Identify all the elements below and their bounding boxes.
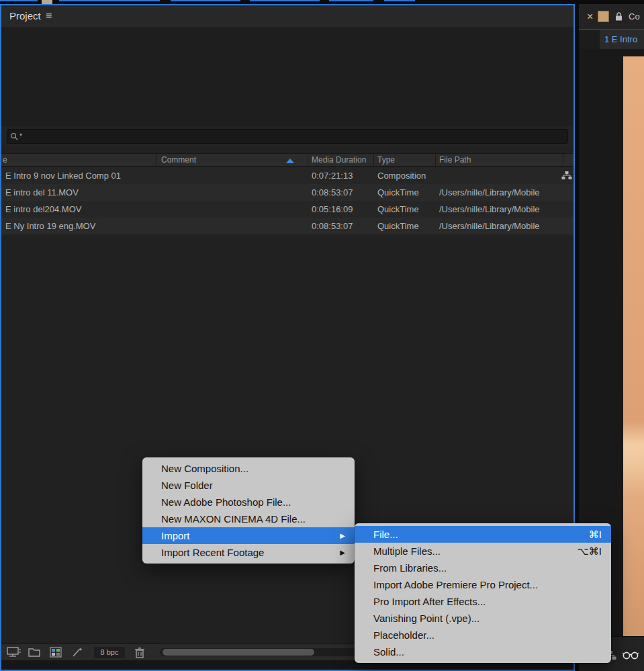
column-divider [308,154,308,167]
tab-composition-viewer[interactable]: 1 E Intro [600,30,644,49]
submenu-item-vanishing-point[interactable]: Vanishing Point (.vpe)... [355,610,611,627]
table-row[interactable]: E Ny Intro 19 eng.MOV 0:08:53:07 QuickTi… [1,218,573,234]
menu-item-new-photoshop-file[interactable]: New Adobe Photoshop File... [142,494,355,510]
submenu-item-file[interactable]: File... ⌘I [355,526,611,543]
menu-item-new-composition[interactable]: New Composition... [142,460,355,477]
menu-item-new-folder[interactable]: New Folder [142,477,355,494]
asset-path: /Users/nille/Library/Mobile [439,201,561,218]
asset-list: E Intro 9 nov Linked Comp 01 0:07:21:13 … [1,167,573,234]
import-submenu: File... ⌘I Multiple Files... ⌥⌘I From Li… [355,523,611,663]
asset-duration: 0:07:21:13 [312,167,373,184]
top-strip-blue-segment [329,0,373,1]
interpret-footage-icon[interactable] [7,647,21,658]
search-icon [10,132,18,140]
column-header-type[interactable]: Type [377,154,395,167]
menu-item-import-recent-footage[interactable]: Import Recent Footage ▶ [142,544,355,561]
top-strip-blue-segment [0,0,38,1]
panel-title: Project [9,5,41,27]
column-divider [373,154,374,167]
column-divider [563,154,563,167]
asset-path: /Users/nille/Library/Mobile [439,218,561,234]
asset-name: E Intro 9 nov Linked Comp 01 [5,167,153,184]
submenu-item-multiple-files[interactable]: Multiple Files... ⌥⌘I [355,543,611,560]
preview-area [1,27,573,126]
asset-duration: 0:08:53:07 [312,218,373,234]
lock-icon[interactable] [615,12,623,21]
table-row[interactable]: E Intro 9 nov Linked Comp 01 0:07:21:13 … [1,167,573,184]
table-row[interactable]: E intro del 11.MOV 0:08:53:07 QuickTime … [1,184,573,201]
menu-item-new-cinema4d-file[interactable]: New MAXON CINEMA 4D File... [142,510,355,527]
context-menu: New Composition... New Folder New Adobe … [142,457,355,564]
column-header-name[interactable]: e [3,154,7,167]
column-divider [156,154,156,167]
submenu-item-import-premiere-project[interactable]: Import Adobe Premiere Pro Project... [355,576,611,593]
top-strip-blue-segment [384,0,415,1]
submenu-arrow-icon: ▶ [340,549,345,556]
sort-ascending-icon[interactable] [286,159,294,163]
shortcut-label: ⌥⌘I [578,545,602,557]
column-header-duration[interactable]: Media Duration [312,154,366,167]
project-settings-icon[interactable] [50,647,62,658]
close-icon[interactable]: × [587,4,593,30]
asset-type: Composition [377,167,436,184]
table-row[interactable]: E intro del204.MOV 0:05:16:09 QuickTime … [1,201,573,218]
viewer-tab-bar: 1 E Intro [579,30,644,49]
top-strip-blue-segment [250,0,320,1]
composition-panel-header: × Co [579,4,644,30]
column-divider [435,154,436,167]
asset-type: QuickTime [377,218,436,234]
trash-icon[interactable] [134,647,145,658]
column-header-path[interactable]: File Path [439,154,471,167]
menu-item-import[interactable]: Import ▶ [142,527,355,544]
asset-duration: 0:05:16:09 [312,201,373,218]
shortcut-label: ⌘I [589,529,602,541]
asset-name: E intro del 11.MOV [5,184,153,201]
search-input[interactable] [7,129,568,144]
top-strip-blue-segment [59,0,160,1]
submenu-item-placeholder[interactable]: Placeholder... [355,627,611,643]
glasses-3d-icon[interactable] [622,650,639,660]
submenu-item-pro-import[interactable]: Pro Import After Effects... [355,593,611,610]
new-folder-icon[interactable] [28,647,40,658]
column-header-comment[interactable]: Comment [161,154,196,167]
asset-type: QuickTime [377,201,436,218]
asset-path: /Users/nille/Library/Mobile [439,184,561,201]
horizontal-scrollbar-thumb[interactable] [163,649,314,656]
asset-type: QuickTime [377,184,436,201]
search-dropdown-icon[interactable]: ▾ [19,132,22,138]
asset-duration: 0:08:53:07 [312,184,373,201]
top-strip-blue-segment [171,0,240,1]
submenu-item-solid[interactable]: Solid... [355,643,611,660]
panel-thumbnail-swatch [598,11,609,22]
submenu-arrow-icon: ▶ [340,532,345,539]
wand-icon[interactable] [71,647,83,658]
asset-name: E intro del204.MOV [5,201,153,218]
composition-viewer-image [623,56,644,636]
panel-menu-icon[interactable]: ≡ [46,5,52,27]
composition-flowchart-icon [561,171,572,180]
bit-depth-button[interactable]: 8 bpc [94,647,125,658]
panel-header-label: Co [629,4,640,30]
asset-name: E Ny Intro 19 eng.MOV [5,218,153,234]
search-bar: ▾ [1,126,573,146]
table-header: e Comment Media Duration Type File Path [1,153,573,167]
submenu-item-from-libraries[interactable]: From Libraries... [355,560,611,576]
panel-header: Project ≡ [1,5,573,27]
